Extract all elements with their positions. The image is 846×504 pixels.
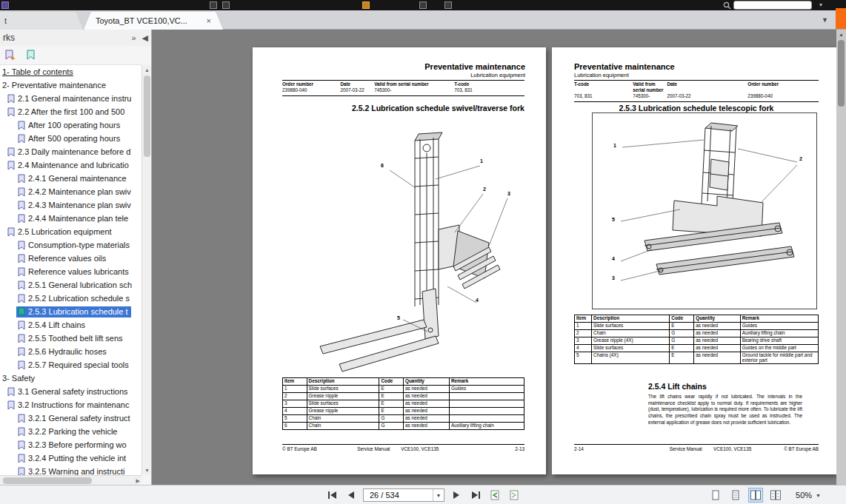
bookmark-item[interactable]: 2.5 Lubrication equipment <box>0 225 141 238</box>
next-view-button[interactable] <box>507 488 522 503</box>
bookmarks-vertical-scrollbar[interactable]: ▲ ▼ <box>141 65 151 475</box>
page-number-value: 26 / 534 <box>364 491 433 500</box>
facing-view-button[interactable] <box>748 488 763 503</box>
bookmark-icon <box>7 94 15 104</box>
page-header: Preventative maintenance Lubrication equ… <box>574 62 675 78</box>
bookmark-item[interactable]: 2.2 After the first 100 and 500 <box>0 105 141 118</box>
bookmark-item[interactable]: 2- Preventative maintenance <box>0 78 141 92</box>
facing-continuous-view-button[interactable] <box>768 488 783 503</box>
next-page-button[interactable] <box>449 488 464 503</box>
page-combo-caret-icon[interactable]: ▼ <box>433 489 444 501</box>
bookmark-label: 2.4.2 Maintenance plan swiv <box>28 187 131 196</box>
search-input[interactable] <box>733 1 812 10</box>
bookmark-item[interactable]: Reference values oils <box>0 252 141 265</box>
bookmark-label: 2.1 General maintenance instru <box>18 94 131 103</box>
bookmark-item[interactable]: 2.5.4 Lift chains <box>0 318 141 332</box>
first-page-button[interactable] <box>324 488 339 503</box>
bookmark-item[interactable]: 2.5.7 Required special tools <box>0 358 141 372</box>
bookmark-label: 3.2.5 Warning and instructi <box>28 467 124 475</box>
bookmark-label: 2.2 After the first 100 and 500 <box>18 107 124 116</box>
page-footer: © BT Europe AB Service Manual VCE100, VC… <box>282 444 524 454</box>
bookmark-label: 2.3 Daily maintenance before d <box>18 147 130 156</box>
callout-5: 5 <box>397 315 400 320</box>
toolbar-icon-1[interactable] <box>210 1 217 9</box>
previous-page-button[interactable] <box>344 488 359 503</box>
bookmark-item[interactable]: 2.4.1 General maintenance <box>0 172 141 185</box>
bookmark-item[interactable]: 2.5.2 Lubrication schedule s <box>0 292 141 305</box>
bookmark-label: 3- Safety <box>2 374 35 383</box>
bookmark-label: 2.4.1 General maintenance <box>28 174 127 183</box>
bookmark-icon <box>18 454 25 463</box>
tab-list-caret-icon[interactable]: ▼ <box>822 16 828 24</box>
bookmark-item[interactable]: 3.2.1 General safety instruct <box>0 411 141 425</box>
bookmark-item[interactable]: 2.1 General maintenance instru <box>0 92 141 105</box>
document-vertical-scrollbar[interactable]: ▲ <box>836 30 846 485</box>
bookmark-item[interactable]: 3.2.3 Before performing wo <box>0 438 141 451</box>
tab-active-document[interactable]: Toyota_BT VCE100,VC... × <box>84 12 223 30</box>
bookmark-item[interactable]: Reference values lubricants <box>0 265 141 278</box>
bookmark-icon <box>7 161 15 170</box>
bookmark-label: 2.5.6 Hydraulic hoses <box>28 347 107 356</box>
search-options-caret[interactable]: ▾ <box>819 1 822 8</box>
continuous-view-button[interactable] <box>728 488 743 503</box>
bookmark-item[interactable]: 3.2.5 Warning and instructi <box>0 465 141 475</box>
bookmark-icon <box>18 320 25 330</box>
bookmarks-horizontal-scrollbar[interactable]: ▶ <box>0 475 141 485</box>
single-page-view-button[interactable] <box>708 488 723 503</box>
panel-expand-icon[interactable]: » <box>131 33 136 42</box>
bookmark-label: 2.5.3 Lubrication schedule t <box>28 307 128 316</box>
scroll-up-icon[interactable]: ▲ <box>142 65 152 75</box>
bookmark-icon <box>18 121 25 130</box>
last-page-button[interactable] <box>468 488 483 503</box>
zoom-caret-icon[interactable]: ▼ <box>816 493 821 498</box>
bookmark-item[interactable]: 2.5.1 General lubrication sch <box>0 278 141 292</box>
bookmark-item[interactable]: 2.4 Maintenance and lubricatio <box>0 158 141 172</box>
document-view[interactable]: Preventative maintenance Lubrication equ… <box>152 30 846 485</box>
scroll-up-icon[interactable]: ▲ <box>836 30 846 39</box>
bookmark-item[interactable]: Consumption-type materials <box>0 238 141 252</box>
page-number-input[interactable]: 26 / 534 ▼ <box>363 488 444 502</box>
top-toolbar: ▾ <box>0 0 846 10</box>
callout-3: 3 <box>507 191 510 196</box>
bookmark-item[interactable]: 2.4.3 Maintenance plan swiv <box>0 198 141 212</box>
bookmark-label: 2.4 Maintenance and lubricatio <box>18 161 129 169</box>
bookmark-item[interactable]: 2.5.5 Toothed belt lift sens <box>0 332 141 345</box>
search-icon[interactable] <box>723 1 731 10</box>
bookmark-item[interactable]: 3.2.4 Putting the vehicle int <box>0 451 141 465</box>
collapse-bookmarks-icon[interactable] <box>26 50 37 61</box>
app-icon[interactable] <box>1 1 9 9</box>
bookmark-item[interactable]: 2.4.4 Maintenance plan tele <box>0 212 141 225</box>
tab-close-icon[interactable]: × <box>207 16 211 25</box>
bookmark-label: 2.5.5 Toothed belt lift sens <box>28 334 123 343</box>
panel-collapse-icon[interactable]: ◀ <box>142 33 148 43</box>
previous-view-button[interactable] <box>487 488 502 503</box>
promo-button[interactable] <box>836 8 846 29</box>
bookmark-item[interactable]: 3.2 Instructions for maintenanc <box>0 398 141 411</box>
bookmark-item[interactable]: 2.5.6 Hydraulic hoses <box>0 345 141 358</box>
bookmark-label: Reference values lubricants <box>28 267 129 276</box>
chart-icon[interactable] <box>419 1 427 9</box>
toolbar-icon-2[interactable] <box>222 1 230 9</box>
tab-background[interactable]: t <box>0 12 83 30</box>
bookmark-item[interactable]: 3.1 General safety instructions <box>0 385 141 398</box>
bookmark-item[interactable]: After 500 operating hours <box>0 132 141 145</box>
bookmark-label: Reference values oils <box>28 254 106 263</box>
bookmark-item[interactable]: 2.4.2 Maintenance plan swiv <box>0 185 141 198</box>
star-icon[interactable] <box>362 1 370 9</box>
scrollbar-thumb[interactable] <box>3 477 92 484</box>
bookmark-item[interactable]: 3- Safety <box>0 372 141 385</box>
zoom-control[interactable]: 50% ▼ <box>796 491 821 500</box>
bookmark-label: 3.2.2 Parking the vehicle <box>28 427 117 436</box>
bookmark-item[interactable]: After 100 operating hours <box>0 118 141 132</box>
bookmark-item[interactable]: 1- Table of contents <box>0 65 141 78</box>
scroll-down-icon[interactable]: ▼ <box>142 466 152 475</box>
scrollbar-thumb[interactable] <box>144 75 150 157</box>
toolbar-icon-3[interactable] <box>444 1 452 9</box>
bookmark-item[interactable]: 2.3 Daily maintenance before d <box>0 145 141 158</box>
scrollbar-thumb[interactable] <box>838 40 845 107</box>
expand-bookmarks-icon[interactable] <box>4 50 16 61</box>
bookmark-icon <box>7 227 15 237</box>
bookmark-item[interactable]: 3.2.2 Parking the vehicle <box>0 425 141 438</box>
bookmark-label: 2.5.7 Required special tools <box>28 360 129 369</box>
bookmark-item[interactable]: 2.5.3 Lubrication schedule t <box>0 305 141 318</box>
